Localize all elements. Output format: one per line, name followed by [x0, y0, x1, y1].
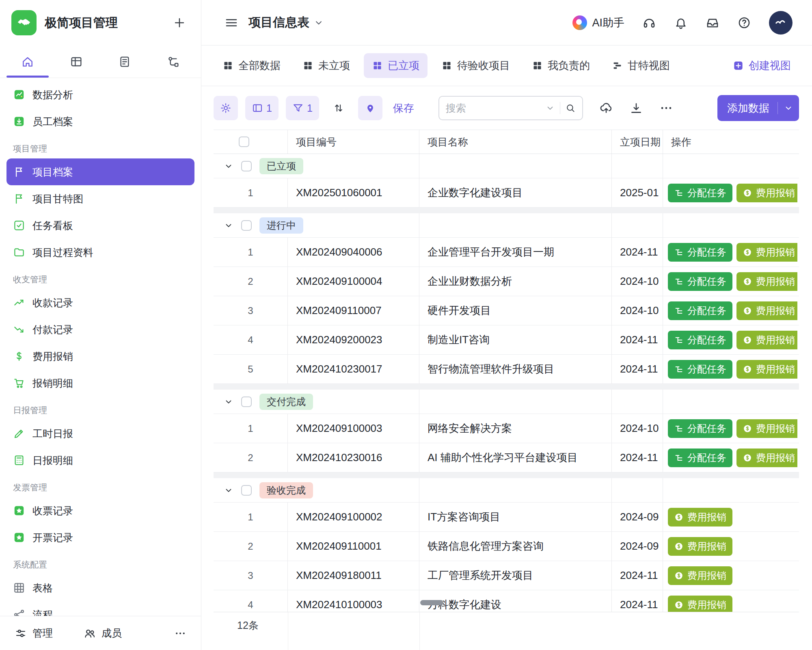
project-date-cell[interactable]: 2024-09	[612, 503, 663, 531]
project-name-cell[interactable]: 网络安全解决方案	[419, 414, 612, 443]
add-data-button[interactable]: 添加数据	[717, 95, 799, 121]
group-checkbox[interactable]	[241, 161, 252, 171]
view-settings-button[interactable]	[214, 96, 238, 120]
filter-button[interactable]: 1	[286, 96, 319, 120]
project-name-cell[interactable]: 硬件开发项目	[419, 296, 612, 325]
expense-claim-button[interactable]: 费用报销	[668, 596, 732, 612]
sidebar-view-tab[interactable]	[118, 46, 131, 78]
project-name-cell[interactable]: 智行物流管理软件升级项目	[419, 355, 612, 384]
table-row[interactable]: 1XM202409040006企业管理平台开发项目一期2024-11分配任务费用…	[214, 238, 799, 267]
column-header-name[interactable]: 项目名称	[419, 130, 612, 154]
sidebar-view-tab[interactable]	[167, 46, 180, 78]
group-checkbox[interactable]	[241, 220, 252, 231]
project-name-cell[interactable]: 工厂管理系统开发项目	[419, 561, 612, 590]
sidebar-item[interactable]: 项目过程资料	[6, 239, 194, 266]
sidebar-view-tab[interactable]	[70, 46, 83, 78]
support-headphones-icon[interactable]	[642, 16, 656, 30]
add-data-chevron[interactable]	[778, 103, 799, 113]
view-tab[interactable]: 未立项	[294, 53, 358, 78]
project-code-cell[interactable]: XM202409100003	[288, 414, 419, 443]
view-tab[interactable]: 创建视图	[725, 53, 799, 78]
sidebar-item[interactable]: 员工档案	[6, 108, 194, 135]
assign-task-button[interactable]: 分配任务	[668, 419, 732, 438]
search-input[interactable]	[446, 102, 540, 114]
table-row[interactable]: 4XM202410100003万科数字化建设2024-11费用报销	[214, 590, 799, 612]
save-button[interactable]: 保存	[393, 101, 414, 115]
expense-claim-button[interactable]: 费用报销	[736, 243, 797, 262]
project-code-cell[interactable]: XM202409040006	[288, 238, 419, 266]
user-avatar[interactable]	[769, 11, 793, 35]
column-header-actions[interactable]: 操作	[663, 130, 797, 154]
expense-claim-button[interactable]: 费用报销	[736, 448, 797, 467]
sidebar-item[interactable]: 开票记录	[6, 524, 194, 551]
project-code-cell[interactable]: XM202409100002	[288, 503, 419, 531]
project-date-cell[interactable]: 2024-11	[612, 355, 663, 384]
sidebar-item[interactable]: 工时日报	[6, 420, 194, 447]
search-scope-chevron-icon[interactable]	[545, 103, 555, 113]
ai-assistant-button[interactable]: AI助手	[572, 15, 624, 30]
project-date-cell[interactable]: 2025-01	[612, 178, 663, 207]
project-code-cell[interactable]: XM202409100004	[288, 267, 419, 296]
sidebar-item[interactable]: 收款记录	[6, 289, 194, 316]
table-row[interactable]: 5XM202410230017智行物流管理软件升级项目2024-11分配任务费用…	[214, 355, 799, 384]
project-code-cell[interactable]: XM202410230017	[288, 355, 419, 384]
sidebar-item[interactable]: 收票记录	[6, 497, 194, 524]
sidebar-item[interactable]: 付款记录	[6, 316, 194, 343]
view-tab[interactable]: 全部数据	[214, 53, 289, 78]
project-date-cell[interactable]: 2024-09	[612, 532, 663, 561]
project-name-cell[interactable]: 企业业财数据分析	[419, 267, 612, 296]
assign-task-button[interactable]: 分配任务	[668, 360, 732, 379]
sidebar-item[interactable]: 报销明细	[6, 370, 194, 396]
project-date-cell[interactable]: 2024-11	[612, 590, 663, 612]
assign-task-button[interactable]: 分配任务	[668, 272, 732, 291]
sidebar-item[interactable]: 表格	[6, 574, 194, 601]
project-name-cell[interactable]: 制造业IT咨询	[419, 325, 612, 354]
group-collapse-icon[interactable]	[224, 221, 233, 230]
view-tab[interactable]: 已立项	[364, 53, 428, 78]
sidebar-item[interactable]: 任务看板	[6, 212, 194, 239]
project-name-cell[interactable]: IT方案咨询项目	[419, 503, 612, 531]
expense-claim-button[interactable]: 费用报销	[668, 537, 732, 556]
notifications-bell-icon[interactable]	[674, 16, 688, 30]
sidebar-item[interactable]: 费用报销	[6, 343, 194, 370]
project-date-cell[interactable]: 2024-11	[612, 443, 663, 472]
column-header-code[interactable]: 项目编号	[288, 130, 419, 154]
table-row[interactable]: 2XM202409100004企业业财数据分析2024-10分配任务费用报销	[214, 267, 799, 296]
table-row[interactable]: 4XM202409200023制造业IT咨询2024-11分配任务费用报销	[214, 325, 799, 355]
project-name-cell[interactable]: AI 辅助个性化学习平台建设项目	[419, 443, 612, 472]
table-row[interactable]: 2XM202410230016AI 辅助个性化学习平台建设项目2024-11分配…	[214, 443, 799, 472]
expense-claim-button[interactable]: 费用报销	[736, 331, 797, 349]
expense-claim-button[interactable]: 费用报销	[736, 272, 797, 291]
select-all-checkbox[interactable]	[239, 136, 249, 147]
table-row[interactable]: 3XM202409110007硬件开发项目2024-10分配任务费用报销	[214, 296, 799, 325]
pin-button[interactable]	[358, 96, 382, 120]
assign-task-button[interactable]: 分配任务	[668, 243, 732, 262]
project-code-cell[interactable]: XM202409110007	[288, 296, 419, 325]
sidebar-item[interactable]: 数据分析	[6, 81, 194, 108]
project-date-cell[interactable]: 2024-11	[612, 238, 663, 266]
project-code-cell[interactable]: XM202410100003	[288, 590, 419, 612]
toolbar-more-icon[interactable]	[659, 101, 673, 115]
group-collapse-icon[interactable]	[224, 161, 233, 171]
inbox-icon[interactable]	[706, 16, 719, 30]
project-name-cell[interactable]: 企业管理平台开发项目一期	[419, 238, 612, 266]
group-collapse-icon[interactable]	[224, 485, 233, 495]
view-tab[interactable]: 待验收项目	[433, 53, 518, 78]
expense-claim-button[interactable]: 费用报销	[736, 184, 797, 202]
manage-button[interactable]: 管理	[15, 626, 53, 640]
project-date-cell[interactable]: 2024-10	[612, 296, 663, 325]
search-icon[interactable]	[565, 103, 576, 113]
title-chevron-down-icon[interactable]	[313, 17, 324, 28]
project-code-cell[interactable]: XM202410230016	[288, 443, 419, 472]
sidebar-item[interactable]: 流程	[6, 601, 194, 616]
sort-button[interactable]	[326, 96, 351, 120]
sidebar-item[interactable]: 项目甘特图	[6, 185, 194, 212]
assign-task-button[interactable]: 分配任务	[668, 331, 732, 349]
column-header-date[interactable]: 立项日期	[612, 130, 663, 154]
table-row[interactable]: 1XM202501060001企业数字化建设项目2025-01分配任务费用报销	[214, 178, 799, 208]
project-date-cell[interactable]: 2024-10	[612, 267, 663, 296]
sidebar-item[interactable]: 日报明细	[6, 447, 194, 474]
view-tab[interactable]: 甘特视图	[604, 53, 678, 78]
import-upload-icon[interactable]	[599, 101, 613, 115]
table-row[interactable]: 1XM202409100002IT方案咨询项目2024-09费用报销	[214, 503, 799, 532]
